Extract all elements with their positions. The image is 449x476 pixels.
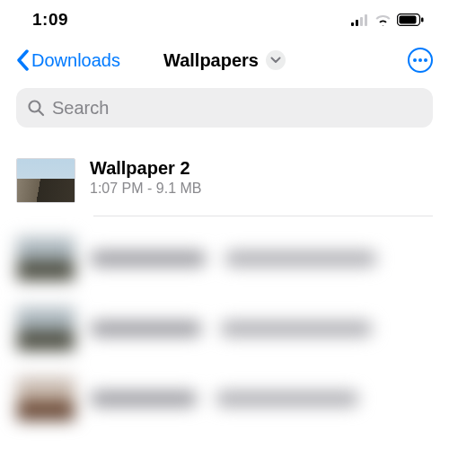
- status-indicators: [351, 13, 424, 26]
- file-list: Wallpaper 2 1:07 PM - 9.1 MB: [0, 138, 449, 216]
- svg-point-9: [424, 58, 427, 62]
- redacted-thumbnail: [16, 236, 75, 281]
- file-info: Wallpaper 2 1:07 PM - 9.1 MB: [90, 158, 202, 197]
- svg-point-8: [418, 58, 422, 62]
- redacted-row: [0, 364, 449, 434]
- redacted-thumbnail: [16, 376, 75, 421]
- status-bar: 1:09: [0, 0, 449, 40]
- redacted-row: [0, 294, 449, 364]
- file-thumbnail: [16, 158, 75, 203]
- search-icon: [27, 99, 45, 117]
- nav-bar: Downloads Wallpapers: [0, 40, 449, 81]
- redacted-text: [90, 391, 433, 407]
- svg-rect-2: [360, 17, 363, 26]
- cellular-icon: [351, 14, 369, 26]
- chevron-left-icon: [16, 49, 30, 71]
- svg-rect-6: [421, 18, 424, 22]
- title-group: Wallpapers: [163, 50, 286, 71]
- redacted-row: [0, 224, 449, 294]
- svg-rect-5: [400, 16, 417, 24]
- redacted-rows: [0, 224, 449, 434]
- svg-point-10: [30, 101, 40, 112]
- file-meta: 1:07 PM - 9.1 MB: [90, 181, 202, 197]
- clock: 1:09: [32, 10, 68, 30]
- redacted-thumbnail: [16, 306, 75, 351]
- svg-rect-1: [356, 20, 358, 26]
- svg-rect-3: [365, 14, 367, 26]
- row-divider: [93, 216, 433, 216]
- wifi-icon: [374, 14, 392, 26]
- search-container: Search: [0, 81, 449, 138]
- file-row[interactable]: Wallpaper 2 1:07 PM - 9.1 MB: [16, 158, 433, 216]
- file-name: Wallpaper 2: [90, 158, 202, 179]
- search-placeholder: Search: [52, 98, 109, 119]
- svg-line-11: [40, 111, 44, 116]
- back-label: Downloads: [31, 50, 120, 71]
- svg-point-7: [413, 58, 417, 62]
- redacted-text: [90, 321, 433, 337]
- folder-title: Wallpapers: [163, 50, 259, 71]
- ellipsis-icon: [413, 58, 427, 62]
- title-menu-button[interactable]: [266, 50, 286, 70]
- svg-rect-0: [351, 22, 354, 26]
- redacted-text: [90, 251, 433, 267]
- search-input[interactable]: Search: [16, 88, 433, 128]
- more-options-button[interactable]: [408, 48, 433, 73]
- battery-icon: [397, 13, 424, 26]
- back-button[interactable]: Downloads: [16, 49, 120, 71]
- chevron-down-icon: [270, 57, 281, 64]
